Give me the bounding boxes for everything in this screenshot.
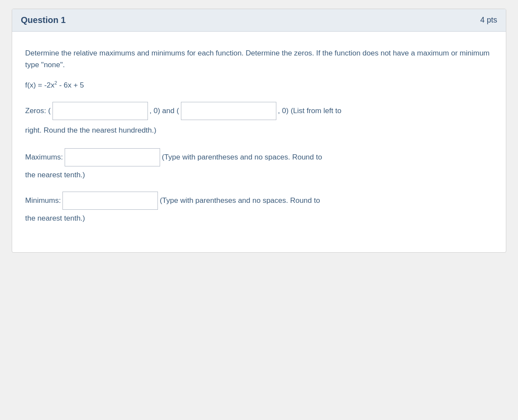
- question-card: Question 1 4 pts Determine the relative …: [12, 9, 506, 253]
- function-text: f(x) = -2x2 - 6x + 5: [25, 80, 493, 90]
- zeros-row: Zeros: ( , 0) and ( , 0) (List from left…: [25, 102, 493, 120]
- zeros-continuation: right. Round the the nearest hundredth.): [25, 124, 493, 136]
- zeros-middle: , 0) and (: [150, 107, 179, 115]
- function-rest: - 6x + 5: [57, 81, 84, 89]
- zeros-suffix: , 0) (List from left to: [278, 107, 341, 115]
- zeros-prefix: Zeros: (: [25, 107, 51, 115]
- maximums-row: Maximums: (Type with parentheses and no …: [25, 148, 493, 166]
- question-header: Question 1 4 pts: [12, 9, 506, 32]
- question-points: 4 pts: [480, 16, 497, 25]
- zeros-input-1[interactable]: [52, 102, 148, 120]
- minimums-input[interactable]: [62, 192, 158, 210]
- minimums-suffix: (Type with parentheses and no spaces. Ro…: [160, 196, 320, 205]
- zeros-input-2[interactable]: [181, 102, 276, 120]
- maximums-group: Maximums: (Type with parentheses and no …: [25, 148, 493, 179]
- question-title: Question 1: [21, 15, 66, 25]
- maximums-label: Maximums:: [25, 153, 63, 162]
- minimums-group: Minimums: (Type with parentheses and no …: [25, 192, 493, 223]
- minimums-label: Minimums:: [25, 196, 61, 205]
- function-label: f(x) = -2x: [25, 81, 55, 89]
- instruction-text: Determine the relative maximums and mini…: [25, 47, 493, 71]
- minimums-row: Minimums: (Type with parentheses and no …: [25, 192, 493, 210]
- minimums-continuation: the nearest tenth.): [25, 214, 493, 223]
- maximums-continuation: the nearest tenth.): [25, 171, 493, 179]
- maximums-suffix: (Type with parentheses and no spaces. Ro…: [162, 153, 322, 162]
- question-body: Determine the relative maximums and mini…: [12, 32, 506, 252]
- maximums-input[interactable]: [65, 148, 160, 166]
